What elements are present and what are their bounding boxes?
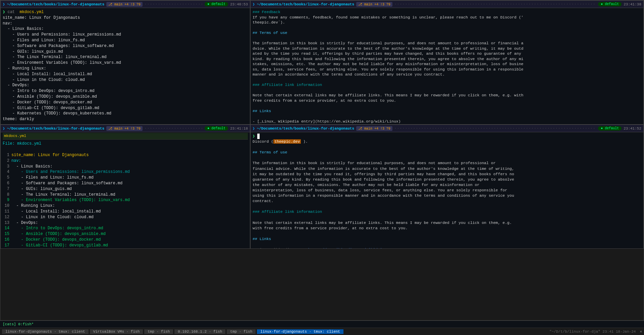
blank [253, 231, 641, 236]
close-icon[interactable]: ✕ [640, 329, 642, 334]
pane-middle-left-titlebar: ❯ ~/Documents/tech/books/linux-for-djang… [1, 125, 250, 132]
md-text: kind. By reading this book and following… [253, 56, 641, 62]
blank [253, 242, 641, 247]
pane-top-right-path: ~/Documents/tech/books/linux-for-djangon… [257, 2, 354, 6]
md-text: theepic.dev`). [253, 20, 641, 25]
content-line: - Linux Basics: [3, 26, 248, 32]
diff-line: 1site_name: Linux for Djangonauts [3, 152, 248, 158]
pane-top-right-branch: ⎇ main +4 !3 ?9 [356, 2, 392, 7]
diff-line: 11 - Local Install: local_install.md [3, 209, 248, 214]
prompt-line-top: ❯ [253, 134, 641, 139]
content-line: - Running Linux: [3, 66, 248, 71]
pane-bottom-left: ❯ ~/Documents/tech/books/linux-for-djang… [0, 125, 250, 249]
pane-top-left-branch: ⎇ main +4 !3 ?9 [106, 2, 143, 7]
tab-linux-for-djangonauts-1[interactable]: linux-for-djangonauts · tmux: client [2, 329, 89, 334]
content-line: - Linux in the Cloud: cloud.md [3, 77, 248, 83]
md-text: stakes, omissions, etc. The author may n… [253, 61, 641, 67]
blank [3, 147, 248, 152]
diff-line: 5 - Files and Linux: linux_fs.md [3, 175, 248, 181]
content-line: nav: [3, 21, 248, 27]
md-text: The information in this book is strictly… [253, 41, 641, 46]
content-line: - The Linux Terminal: linux_terminal.md [3, 54, 248, 60]
content-line: - Docker (TODO): devops_docker.md [3, 100, 248, 105]
pane-bottom-right-status: ● default [598, 126, 622, 131]
md-text: guarantee of any kind. By reading this b… [253, 177, 641, 182]
content-line: - DevOps: [3, 83, 248, 88]
tab-ssh[interactable]: 0.192.168.1.2 · fish [174, 329, 225, 334]
content-line: - Users and Permissions: linux_permissio… [3, 32, 248, 38]
pane-top-left-time: 23:40:53 [230, 2, 248, 6]
pane-top-right-time: 23:41:38 [624, 2, 641, 6]
content-line: - Environment Variables (TODO): linux_va… [3, 60, 248, 66]
discord-line: Discord (theepic.dev ). [253, 139, 641, 144]
tab-tmp-1[interactable]: tmp · fish [144, 329, 173, 334]
md-heading: ## Links [253, 108, 641, 114]
tab-linux-for-djangonauts-2[interactable]: linux-for-djangonauts · tmux: client [257, 329, 343, 334]
pane-bottom-right-path: ~/Documents/tech/books/linux-for-djangon… [257, 127, 354, 131]
pane-top-left-status: ● default [205, 2, 228, 6]
blank [253, 155, 641, 160]
blank [253, 144, 641, 150]
md-heading: ### Feedback [253, 9, 641, 15]
diff-line: 12 - Linux in the Cloud: cloud.md [3, 214, 248, 220]
pane-top-right-dots: ········································… [394, 2, 596, 6]
md-text: it may be outdated by the time you read … [253, 172, 641, 177]
pane-top-left-path: ~/Documents/tech/books/linux-for-djangon… [7, 2, 104, 6]
md-text: Note that certain external links may be … [253, 93, 641, 98]
content-line: - Local Install: local_install.md [3, 71, 248, 77]
md-heading: ## Terms of use [253, 150, 641, 155]
terminal-icon-3: ❯ [3, 126, 5, 131]
pane-bottom-right-time: 23:41:52 [624, 127, 641, 131]
terminal-icon: ❯ [3, 2, 5, 6]
diff-line: 7 - GUIs: linux_guis.md [3, 186, 248, 192]
pane-middle-left-time: 23:41:18 [230, 127, 248, 131]
cats-label: [cats] 0:fish* [3, 322, 34, 326]
blank [253, 36, 641, 41]
pane-top-right-content: ### Feedback If you have any comments, f… [251, 8, 643, 124]
pane-bottom-left-content: mkdocs.yml File: mkdocs.yml 1site_name: … [1, 132, 250, 248]
md-heading: ### Affiliate link information [253, 82, 641, 88]
file-indicator: mkdocs.yml [4, 134, 26, 138]
pane-middle-left-branch: ⎇ main +4 !3 ?9 [106, 126, 143, 131]
terminal-icon-4: ❯ [253, 126, 255, 131]
md-text: If you have any comments, feedback, foun… [253, 15, 641, 20]
md-text: The information in this book is strictly… [253, 160, 641, 166]
md-text: financial advice. While the information … [253, 166, 641, 172]
pane-top-left: ❯ ~/Documents/tech/books/linux-for-djang… [0, 0, 250, 125]
tmux-status-bar[interactable]: linux-for-djangonauts · tmux: client Vir… [0, 328, 644, 335]
content-line: - Files and Linux: linux_fs.md [3, 38, 248, 43]
content-line: - Intro to DevOps: devops_intro.md [3, 88, 248, 94]
md-heading: ## Terms of use [253, 30, 641, 36]
pane-bottom-right-dots: ········································… [394, 127, 596, 130]
content-line: - Ansible (TODO): devops_ansible.md [3, 94, 248, 100]
md-link-item: - [_GNU_ Wikipedia entry](https://en.wik… [253, 124, 641, 124]
pane-top-left-dots: ········································… [145, 2, 203, 6]
md-text: the author of any mistakes, omissions. T… [253, 182, 641, 188]
diff-line: 13 - DevOps: [3, 220, 248, 226]
pane-bottom-right: ❯ ~/Documents/tech/books/linux-for-djang… [250, 125, 644, 249]
md-text: free credits from a service provider, at… [253, 98, 641, 103]
tab-virtualbox[interactable]: VirtualBox VMs · fish [90, 329, 143, 334]
diff-line-added: 9 - Environment Variables (TODO): linux_… [3, 197, 248, 203]
diff-line: 10 - Running Linux: [3, 203, 248, 209]
diff-line: 4 - Users and Permissions: linux_permiss… [3, 169, 248, 175]
diff-line: 2nav: [3, 158, 248, 164]
content-line: - Kubernetes (TODO): devops_kubernetes.m… [3, 111, 248, 116]
pane-top-right: ❯ ~/Documents/tech/books/linux-for-djang… [250, 0, 644, 125]
pane-middle-left-dots: ········································… [145, 127, 203, 130]
md-link-item: • Linux Wikipedia entry https://en.wikip… [253, 247, 641, 248]
content-line: theme: darkly [3, 116, 248, 122]
diff-line-added: 14 - Intro to DevOps: devops_intro.md [3, 226, 248, 231]
md-text: misinterpretation, loss of business, dat… [253, 188, 641, 193]
pane-top-left-content: ❯ cat mkdocs.yml site_name: Linux for Dj… [1, 8, 250, 124]
pane-top-right-status: ● default [598, 2, 622, 6]
md-text: ated by the time you read it, offerings … [253, 51, 641, 56]
content-line: - Software and Packages: linux_software.… [3, 43, 248, 49]
md-heading: ## Links [253, 236, 641, 242]
md-text: manner and in accordance with the terms … [253, 72, 641, 77]
md-text: ss, data loss, service fees, or anything… [253, 67, 641, 72]
tab-tmp-2[interactable]: tmp · fish [227, 329, 256, 334]
blank [253, 77, 641, 83]
terminal-icon-2: ❯ [253, 2, 255, 6]
blank [253, 88, 641, 93]
